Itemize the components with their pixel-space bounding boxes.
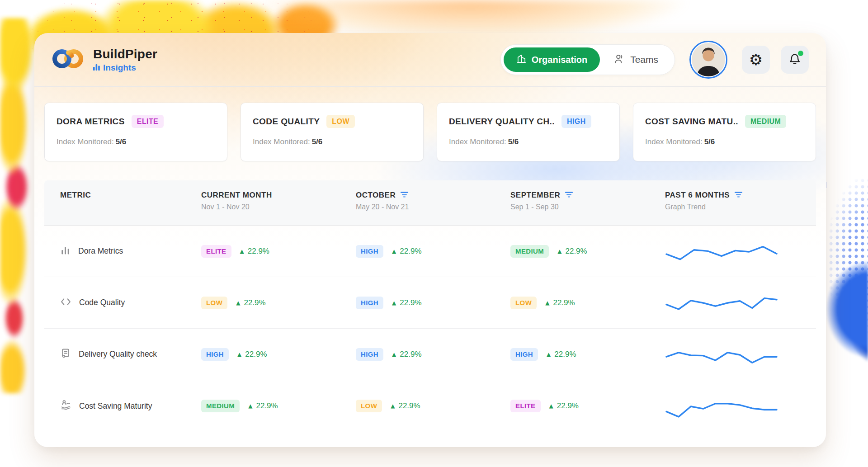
- trend-up-icon: ▲: [391, 403, 395, 409]
- brand-name: BuildPiper: [93, 47, 157, 61]
- column-label: CURRENT MONTH: [201, 191, 272, 200]
- teams-button[interactable]: Teams: [600, 47, 672, 72]
- teams-label: Teams: [630, 54, 658, 65]
- trend-up-icon: ▲: [392, 351, 396, 358]
- level-badge: HIGH: [356, 297, 383, 309]
- column-header-september: SEPTEMBERSep 1 - Sep 30: [510, 191, 665, 225]
- filter-icon[interactable]: [400, 191, 409, 200]
- level-badge: HIGH: [356, 245, 383, 258]
- change-percent: 22.9%: [398, 401, 420, 410]
- summary-card-header: DORA METRICSELITE: [57, 115, 215, 128]
- level-badge: LOW: [356, 400, 382, 412]
- change-percent: 22.9%: [554, 350, 576, 359]
- metric-value-cell: ELITE▲22.9%: [510, 400, 665, 412]
- table-row: Cost Saving MaturityMEDIUM▲22.9%LOW▲22.9…: [44, 380, 816, 432]
- trend-up-icon: ▲: [545, 300, 549, 306]
- trend-sparkline: [665, 392, 816, 420]
- trend-up-icon: ▲: [236, 300, 240, 306]
- summary-card[interactable]: CODE QUALITYLOWIndex Monitored:5/6: [241, 103, 424, 161]
- metric-value-cell: MEDIUM▲22.9%: [201, 400, 356, 412]
- index-monitored: Index Monitored:5/6: [57, 137, 215, 146]
- level-badge: ELITE: [201, 245, 231, 258]
- level-badge: MEDIUM: [201, 400, 240, 412]
- settings-button[interactable]: ⚙: [742, 46, 770, 74]
- gear-icon: ⚙: [749, 52, 763, 67]
- cost-saving-icon: [60, 399, 71, 413]
- filter-icon[interactable]: [734, 191, 743, 200]
- metric-name: Cost Saving Maturity: [79, 401, 152, 411]
- summary-card-title: DELIVERY QUALITY CH..: [449, 117, 555, 127]
- metric-value-cell: HIGH▲22.9%: [356, 245, 510, 258]
- metric-name-cell: Dora Metrics: [44, 245, 201, 258]
- metric-value-cell: LOW▲22.9%: [510, 297, 665, 309]
- brand: BuildPiper Insights: [50, 46, 157, 74]
- change-percent: 22.9%: [400, 247, 421, 256]
- metric-value-cell: HIGH▲22.9%: [356, 348, 510, 361]
- summary-card[interactable]: COST SAVING MATU..MEDIUMIndex Monitored:…: [633, 103, 816, 161]
- bar-chart-icon: [60, 245, 71, 258]
- metric-name-cell: Delivery Quality check: [44, 348, 201, 361]
- column-header-metric: METRIC: [44, 191, 201, 225]
- metric-value-cell: LOW▲22.9%: [201, 297, 356, 309]
- filter-icon[interactable]: [565, 191, 573, 200]
- summary-card-title: COST SAVING MATU..: [645, 117, 738, 127]
- top-right-controls: Organisation Teams: [500, 41, 809, 79]
- table-row: Code QualityLOW▲22.9%HIGH▲22.9%LOW▲22.9%: [44, 277, 816, 329]
- metric-value-cell: HIGH▲22.9%: [201, 348, 356, 361]
- buildpiper-logo-icon: [50, 46, 87, 74]
- level-badge: MEDIUM: [510, 245, 549, 258]
- trend-up-icon: ▲: [240, 248, 244, 255]
- trend-sparkline: [665, 288, 816, 317]
- level-badge: ELITE: [510, 400, 541, 412]
- building-icon: [516, 53, 527, 66]
- notification-dot: [797, 50, 804, 57]
- summary-card-header: CODE QUALITYLOW: [253, 115, 411, 128]
- notifications-button[interactable]: [781, 46, 809, 74]
- summary-card-title: DORA METRICS: [57, 117, 125, 127]
- column-label-row: CURRENT MONTH: [201, 191, 356, 200]
- code-icon: [60, 296, 71, 310]
- column-header-october: OCTOBERMay 20 - Nov 21: [356, 191, 510, 225]
- trend-up-icon: ▲: [392, 300, 396, 306]
- change-percent: 22.9%: [400, 298, 421, 307]
- summary-card[interactable]: DELIVERY QUALITY CH..HIGHIndex Monitored…: [437, 103, 620, 161]
- summary-card[interactable]: DORA METRICSELITEIndex Monitored:5/6: [44, 103, 227, 161]
- summary-card-badge: LOW: [326, 115, 355, 128]
- table-body: Dora MetricsELITE▲22.9%HIGH▲22.9%MEDIUM▲…: [44, 226, 816, 432]
- trend-up-icon: ▲: [392, 248, 396, 255]
- teams-icon: [613, 53, 625, 67]
- column-label-row: PAST 6 MONTHS: [665, 191, 816, 200]
- change-percent: 22.9%: [248, 247, 269, 256]
- metric-name-cell: Cost Saving Maturity: [44, 399, 201, 413]
- metric-value-cell: LOW▲22.9%: [356, 400, 510, 412]
- brand-subtitle: Insights: [93, 63, 157, 73]
- trend-sparkline: [665, 237, 816, 266]
- metric-name: Delivery Quality check: [79, 349, 157, 359]
- summary-card-badge: MEDIUM: [745, 115, 786, 128]
- avatar[interactable]: [689, 41, 727, 79]
- column-label: OCTOBER: [356, 191, 396, 200]
- change-percent: 22.9%: [557, 401, 579, 410]
- column-subtitle: Graph Trend: [665, 203, 816, 211]
- metric-value-cell: MEDIUM▲22.9%: [510, 245, 665, 258]
- column-header-past-6-months: PAST 6 MONTHSGraph Trend: [665, 191, 816, 225]
- level-badge: LOW: [510, 297, 537, 309]
- trend-sparkline: [665, 340, 816, 369]
- change-percent: 22.9%: [256, 401, 278, 410]
- metric-value-cell: HIGH▲22.9%: [510, 348, 665, 361]
- organisation-button[interactable]: Organisation: [504, 47, 600, 72]
- change-percent: 22.9%: [244, 298, 265, 307]
- metric-name-cell: Code Quality: [44, 296, 201, 310]
- column-label: SEPTEMBER: [510, 191, 560, 200]
- metric-name: Code Quality: [79, 298, 125, 307]
- summary-card-header: DELIVERY QUALITY CH..HIGH: [449, 115, 608, 128]
- column-header-current-month: CURRENT MONTHNov 1 - Nov 20: [201, 191, 356, 225]
- trend-up-icon: ▲: [248, 403, 252, 409]
- metrics-table: METRICCURRENT MONTHNov 1 - Nov 20OCTOBER…: [44, 180, 816, 432]
- column-label: METRIC: [60, 191, 91, 200]
- table-row: Dora MetricsELITE▲22.9%HIGH▲22.9%MEDIUM▲…: [44, 226, 816, 277]
- summary-card-title: CODE QUALITY: [253, 117, 320, 127]
- top-bar: BuildPiper Insights: [34, 33, 826, 86]
- delivery-check-icon: [60, 348, 71, 361]
- org-team-toggle: Organisation Teams: [500, 44, 675, 75]
